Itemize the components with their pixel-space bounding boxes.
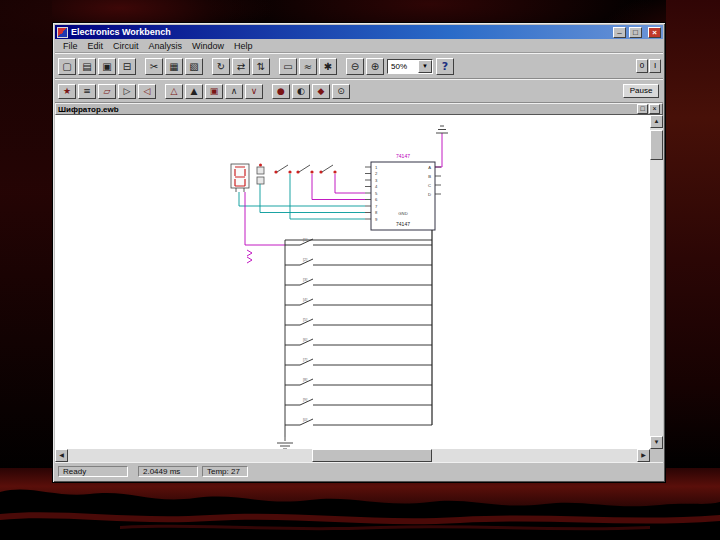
switch-ladder-labels: [1] [2] [3] [4] [5] [6] [7] [8] [9] [0] bbox=[303, 238, 307, 422]
chip-pin-label: C bbox=[428, 183, 431, 188]
scroll-left-icon[interactable]: ◀ bbox=[55, 449, 68, 462]
help-button[interactable]: ? bbox=[436, 58, 454, 75]
mixed-ics-icon[interactable]: ▲ bbox=[185, 84, 203, 99]
ewb-window: Electronics Workbench – □ × File Edit Ci… bbox=[52, 22, 666, 483]
maximize-button[interactable]: □ bbox=[629, 27, 642, 38]
zoom-in-icon[interactable]: ⊕ bbox=[366, 58, 384, 75]
scroll-up-icon[interactable]: ▲ bbox=[650, 115, 663, 128]
chip-pin-label: D bbox=[428, 192, 431, 197]
controls-icon[interactable]: ◐ bbox=[292, 84, 310, 99]
switch-component[interactable] bbox=[274, 165, 291, 174]
menu-file[interactable]: File bbox=[58, 41, 83, 51]
flip-vertical-icon[interactable]: ⇅ bbox=[252, 58, 270, 75]
svg-text:[2]: [2] bbox=[303, 258, 307, 262]
title-bar[interactable]: Electronics Workbench – □ × bbox=[55, 25, 663, 39]
svg-text:[8]: [8] bbox=[303, 378, 307, 382]
workspace: 1 2 3 4 5 6 7 8 9 A B C D GND 74 bbox=[55, 115, 663, 449]
document-title-bar[interactable]: Шифратор.ewb □ × bbox=[55, 103, 663, 115]
parts-bin-toolbar: ★ ≡ ▱ ▷ ◁ △ ▲ ▣ ∧ ∨ ● ◐ ◆ ⊙ Pause bbox=[55, 79, 663, 103]
vertical-scrollbar[interactable]: ▲ ▼ bbox=[650, 115, 663, 449]
horizontal-scrollbar[interactable]: ◀ ▶ bbox=[55, 449, 650, 462]
vertical-scroll-track[interactable] bbox=[650, 128, 663, 436]
sources-icon[interactable]: ≡ bbox=[78, 84, 96, 99]
copy-icon[interactable]: ▦ bbox=[165, 58, 183, 75]
chip-model-label: 74147 bbox=[396, 221, 410, 227]
schematic-canvas[interactable]: 1 2 3 4 5 6 7 8 9 A B C D GND 74 bbox=[55, 115, 650, 449]
diodes-icon[interactable]: ▷ bbox=[118, 84, 136, 99]
status-bar: Ready 2.0449 ms Temp: 27 bbox=[55, 462, 663, 480]
component-properties-icon[interactable]: ✱ bbox=[319, 58, 337, 75]
flip-horizontal-icon[interactable]: ⇄ bbox=[232, 58, 250, 75]
chevron-down-icon[interactable]: ▼ bbox=[418, 60, 432, 73]
minimize-button[interactable]: – bbox=[613, 27, 626, 38]
switch-component[interactable] bbox=[319, 165, 336, 174]
resize-corner[interactable] bbox=[650, 449, 663, 462]
new-icon[interactable]: ▢ bbox=[58, 58, 76, 75]
background-texture-right bbox=[666, 0, 720, 470]
power-on-button[interactable]: I bbox=[649, 59, 661, 73]
main-toolbar: ▢ ▤ ▣ ⊟ ✂ ▦ ▧ ↻ ⇄ ⇅ ▭ ≈ ✱ ⊖ ⊕ 50% ▼ ? 0 bbox=[55, 53, 663, 79]
chip-ref-label: 74147 bbox=[396, 153, 410, 159]
rotate-icon[interactable]: ↻ bbox=[212, 58, 230, 75]
instruments-icon[interactable]: ⊙ bbox=[332, 84, 350, 99]
menu-window[interactable]: Window bbox=[187, 41, 229, 51]
horizontal-scroll-area: ◀ ▶ bbox=[55, 449, 663, 462]
menu-help[interactable]: Help bbox=[229, 41, 258, 51]
chip-pin-label: A bbox=[428, 165, 431, 170]
svg-text:[0]: [0] bbox=[303, 418, 307, 422]
transistors-icon[interactable]: ◁ bbox=[138, 84, 156, 99]
key-component[interactable] bbox=[257, 164, 264, 185]
chip-pin-label: B bbox=[428, 174, 431, 179]
background-texture-left bbox=[0, 0, 52, 480]
logic-gates-icon[interactable]: ∧ bbox=[225, 84, 243, 99]
save-icon[interactable]: ▣ bbox=[98, 58, 116, 75]
vertical-scroll-thumb[interactable] bbox=[650, 130, 663, 160]
digital-ics-icon[interactable]: ▣ bbox=[205, 84, 223, 99]
svg-text:[5]: [5] bbox=[303, 318, 307, 322]
power-off-button[interactable]: 0 bbox=[636, 59, 648, 73]
close-button[interactable]: × bbox=[648, 27, 661, 38]
status-message: Ready bbox=[58, 466, 128, 477]
indicators-icon[interactable]: ● bbox=[272, 84, 290, 99]
favorites-icon[interactable]: ★ bbox=[58, 84, 76, 99]
ground-symbol-top[interactable] bbox=[436, 126, 448, 133]
print-icon[interactable]: ⊟ bbox=[118, 58, 136, 75]
horizontal-scroll-thumb[interactable] bbox=[312, 449, 432, 462]
svg-text:[9]: [9] bbox=[303, 398, 307, 402]
svg-text:[4]: [4] bbox=[303, 298, 307, 302]
presentation-slide: Electronics Workbench – □ × File Edit Ci… bbox=[0, 0, 720, 540]
zoom-select[interactable]: 50% ▼ bbox=[387, 59, 433, 74]
menu-edit[interactable]: Edit bbox=[83, 41, 109, 51]
cut-icon[interactable]: ✂ bbox=[145, 58, 163, 75]
digital-parts-icon[interactable]: ∨ bbox=[245, 84, 263, 99]
seven-segment-display[interactable] bbox=[231, 164, 249, 192]
switch-component[interactable] bbox=[296, 165, 313, 174]
horizontal-scroll-track[interactable] bbox=[68, 449, 637, 462]
chip-74147[interactable]: 1 2 3 4 5 6 7 8 9 A B C D GND 74 bbox=[365, 153, 441, 230]
menu-bar: File Edit Circuit Analysis Window Help bbox=[55, 39, 663, 53]
display-graphs-icon[interactable]: ≈ bbox=[299, 58, 317, 75]
paste-icon[interactable]: ▧ bbox=[185, 58, 203, 75]
basic-parts-icon[interactable]: ▱ bbox=[98, 84, 116, 99]
chip-gnd-label: GND bbox=[398, 211, 407, 216]
scroll-right-icon[interactable]: ▶ bbox=[637, 449, 650, 462]
subcircuit-icon[interactable]: ▭ bbox=[279, 58, 297, 75]
document-restore-button[interactable]: □ bbox=[637, 104, 648, 114]
zoom-out-icon[interactable]: ⊖ bbox=[346, 58, 364, 75]
status-temp: Temp: 27 bbox=[202, 466, 248, 477]
open-icon[interactable]: ▤ bbox=[78, 58, 96, 75]
zoom-value: 50% bbox=[388, 62, 418, 71]
scroll-down-icon[interactable]: ▼ bbox=[650, 436, 663, 449]
ground-symbol-bottom[interactable] bbox=[277, 437, 293, 449]
svg-text:[6]: [6] bbox=[303, 338, 307, 342]
window-title: Electronics Workbench bbox=[71, 27, 610, 37]
document-title: Шифратор.ewb bbox=[58, 105, 636, 114]
document-close-button[interactable]: × bbox=[649, 104, 660, 114]
miscellaneous-icon[interactable]: ◆ bbox=[312, 84, 330, 99]
analog-ics-icon[interactable]: △ bbox=[165, 84, 183, 99]
status-time: 2.0449 ms bbox=[138, 466, 198, 477]
svg-text:[1]: [1] bbox=[303, 238, 307, 242]
menu-analysis[interactable]: Analysis bbox=[144, 41, 188, 51]
menu-circuit[interactable]: Circuit bbox=[108, 41, 144, 51]
pause-button[interactable]: Pause bbox=[623, 84, 659, 98]
